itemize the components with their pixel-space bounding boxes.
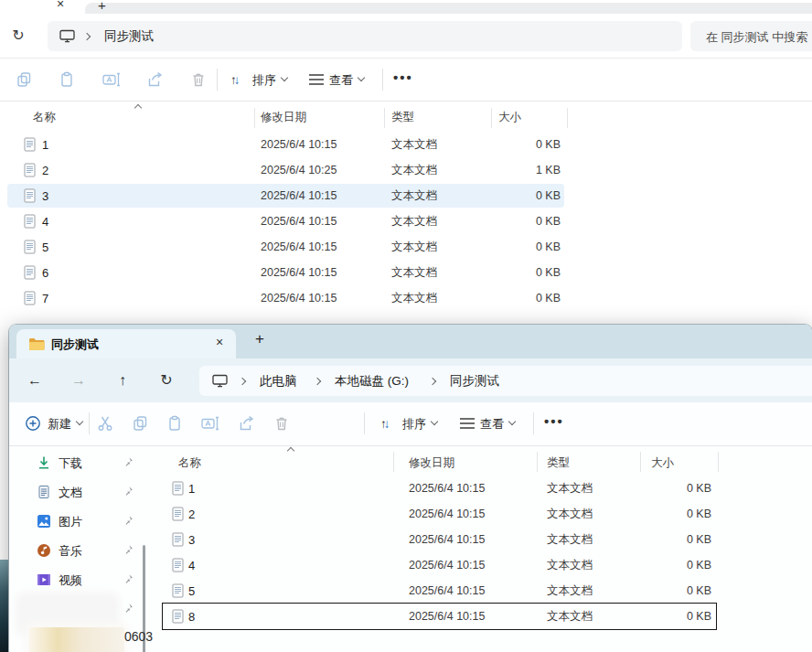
new-tab-button[interactable]: + <box>98 0 106 13</box>
pin-icon <box>123 486 134 497</box>
view-icon[interactable] <box>460 418 475 429</box>
sort-icon[interactable]: ↑↓ <box>230 71 240 88</box>
delete-icon[interactable] <box>189 70 208 89</box>
file-size: 0 KB <box>487 240 561 253</box>
breadcrumb-folder[interactable]: 同步测试 <box>450 373 499 390</box>
view-button[interactable]: 查看 <box>480 416 504 433</box>
breadcrumb-drive[interactable]: 本地磁盘 (G:) <box>335 373 409 390</box>
file-row-5[interactable]: 52025/6/4 10:15文本文档0 KB <box>7 234 564 260</box>
rename-icon[interactable] <box>200 414 220 433</box>
screen: × + ↻ 同步测试 在 同步测试 中搜索 <box>0 0 812 652</box>
column-divider[interactable] <box>567 108 568 128</box>
explorer-window-foreground: 同步测试 × + ← → ↑ ↻ 此电脑 本地磁盘 (G:) 同步测试 <box>9 325 812 652</box>
text-file-icon <box>24 265 36 280</box>
file-row-6[interactable]: 62025/6/4 10:15文本文档0 KB <box>7 260 564 285</box>
close-tab-icon[interactable]: × <box>57 0 64 11</box>
search-input[interactable]: 在 同步测试 中搜索 <box>690 21 812 51</box>
column-header-type[interactable]: 类型 <box>391 109 414 124</box>
file-row-2[interactable]: 22025/6/4 10:25文本文档1 KB <box>7 157 564 183</box>
file-row-1[interactable]: 12025/6/4 10:15文本文档0 KB <box>7 132 564 157</box>
column-divider[interactable] <box>640 452 641 472</box>
file-name: 5 <box>188 584 195 598</box>
file-type: 文本文档 <box>547 507 593 522</box>
active-tab[interactable]: 同步测试 × <box>16 329 236 358</box>
sidebar-item-videos[interactable]: 视频 <box>9 565 146 594</box>
share-icon[interactable] <box>145 70 164 89</box>
sidebar-item-documents[interactable]: 文档 <box>9 477 146 507</box>
column-header-size[interactable]: 大小 <box>498 109 521 124</box>
sort-button[interactable]: 排序 <box>402 416 426 433</box>
pin-icon <box>123 573 134 584</box>
sidebar-item-download[interactable]: 下载 <box>9 448 146 477</box>
refresh-icon[interactable]: ↻ <box>155 369 177 391</box>
column-divider[interactable] <box>393 452 394 472</box>
file-date: 2025/6/4 10:15 <box>261 292 337 305</box>
column-divider[interactable] <box>254 108 255 128</box>
file-list-area: 名称 修改日期 类型 大小 12025/6/4 10:15文本文档0 KB220… <box>146 446 812 652</box>
delete-icon[interactable] <box>272 414 291 433</box>
column-divider[interactable] <box>718 452 719 472</box>
file-size: 0 KB <box>638 508 711 520</box>
file-row-3[interactable]: 32025/6/4 10:15文本文档0 KB <box>7 183 564 208</box>
file-row-1[interactable]: 12025/6/4 10:15文本文档0 KB <box>163 476 716 501</box>
rename-icon[interactable] <box>102 70 122 89</box>
sort-button[interactable]: 排序 <box>252 72 276 89</box>
cut-icon[interactable] <box>96 414 114 433</box>
address-bar[interactable]: 此电脑 本地磁盘 (G:) 同步测试 <box>199 366 812 396</box>
text-file-icon <box>172 583 184 598</box>
file-row-5[interactable]: 52025/6/4 10:15文本文档0 KB <box>163 578 716 604</box>
more-icon[interactable]: ••• <box>393 69 413 85</box>
file-row-8[interactable]: 82025/6/4 10:15文本文档0 KB <box>163 604 716 629</box>
chevron-right-icon <box>314 378 321 385</box>
view-icon[interactable] <box>309 74 324 85</box>
column-header-name[interactable]: 名称 <box>33 109 56 124</box>
view-button[interactable]: 查看 <box>329 72 353 89</box>
file-date: 2025/6/4 10:15 <box>409 508 485 520</box>
paste-icon[interactable] <box>58 70 76 89</box>
file-row-7[interactable]: 72025/6/4 10:15文本文档0 KB <box>7 285 564 311</box>
column-header-name[interactable]: 名称 <box>178 455 201 471</box>
file-row-2[interactable]: 22025/6/4 10:15文本文档0 KB <box>163 501 716 527</box>
tab-strip-background <box>85 3 812 14</box>
close-tab-icon[interactable]: × <box>212 335 227 349</box>
share-icon[interactable] <box>237 414 255 433</box>
file-row-3[interactable]: 32025/6/4 10:15文本文档0 KB <box>163 527 716 552</box>
sidebar-item-label: 视频 <box>59 572 82 589</box>
more-icon[interactable]: ••• <box>544 413 564 429</box>
sort-icon[interactable]: ↑↓ <box>380 415 390 432</box>
sidebar-item-pictures[interactable]: 图片 <box>9 507 146 536</box>
column-divider[interactable] <box>491 108 492 128</box>
back-icon[interactable]: ← <box>24 369 46 391</box>
new-tab-button[interactable]: + <box>251 330 269 348</box>
column-header-date[interactable]: 修改日期 <box>261 109 306 124</box>
refresh-icon[interactable]: ↻ <box>7 25 29 47</box>
copy-icon[interactable] <box>15 70 33 89</box>
copy-icon[interactable] <box>131 414 149 433</box>
new-button[interactable]: 新建 <box>48 416 71 433</box>
column-header-type[interactable]: 类型 <box>547 455 570 471</box>
column-header-size[interactable]: 大小 <box>651 455 674 471</box>
breadcrumb-folder[interactable]: 同步测试 <box>104 28 154 45</box>
file-name: 1 <box>188 482 195 496</box>
breadcrumb-this-pc[interactable]: 此电脑 <box>260 373 297 390</box>
address-row: ↻ 同步测试 在 同步测试 中搜索 <box>0 14 812 59</box>
sort-ascending-icon <box>287 447 294 454</box>
sidebar-item-music[interactable]: 音乐 <box>9 536 146 565</box>
file-row-4[interactable]: 42025/6/4 10:15文本文档0 KB <box>163 552 716 578</box>
text-file-icon <box>172 507 184 521</box>
column-divider[interactable] <box>384 108 385 128</box>
column-header-date[interactable]: 修改日期 <box>409 455 454 471</box>
computer-icon <box>59 29 75 43</box>
file-date: 2025/6/4 10:15 <box>409 584 485 597</box>
paste-icon[interactable] <box>166 414 184 433</box>
address-bar[interactable]: 同步测试 <box>48 21 682 51</box>
file-name: 4 <box>188 559 195 572</box>
file-type: 文本文档 <box>391 188 437 204</box>
file-list: 12025/6/4 10:15文本文档0 KB22025/6/4 10:25文本… <box>0 132 812 311</box>
forward-icon[interactable]: → <box>68 369 90 391</box>
tab-strip: 同步测试 × + <box>9 325 812 358</box>
column-divider[interactable] <box>537 452 538 472</box>
up-icon[interactable]: ↑ <box>112 369 134 391</box>
file-row-4[interactable]: 42025/6/4 10:15文本文档0 KB <box>7 208 564 234</box>
new-item-icon[interactable] <box>24 414 42 433</box>
